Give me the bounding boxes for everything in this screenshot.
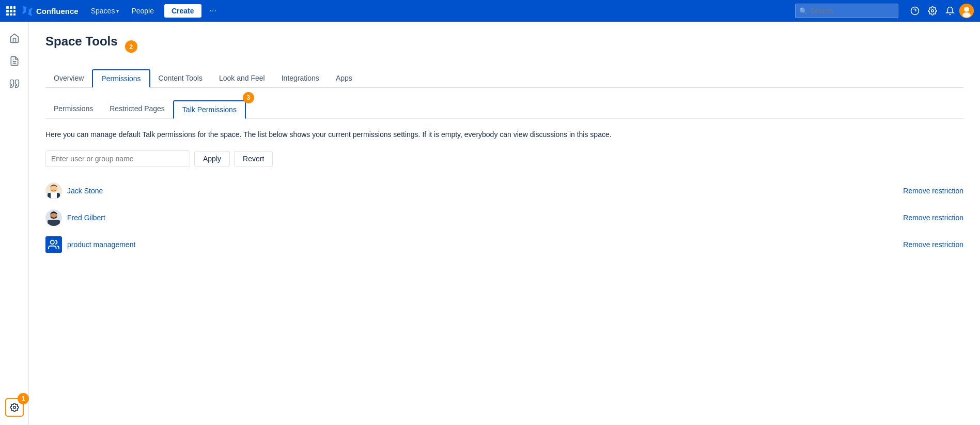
- svg-rect-6: [6, 13, 9, 16]
- settings-button[interactable]: [924, 3, 941, 19]
- page-title: Space Tools: [45, 34, 118, 49]
- svg-rect-22: [48, 220, 60, 226]
- left-sidebar: [0, 22, 29, 425]
- fred-gilbert-remove[interactable]: Remove restriction: [893, 214, 963, 222]
- tab-sec-permissions[interactable]: Permissions: [45, 100, 101, 119]
- chevron-down-icon: ▾: [116, 8, 119, 14]
- svg-rect-19: [51, 192, 57, 199]
- tab-apps[interactable]: Apps: [328, 70, 361, 87]
- tab-sec-restricted-pages[interactable]: Restricted Pages: [101, 100, 173, 119]
- filter-row: Apply Revert: [45, 150, 963, 167]
- jack-stone-name[interactable]: Jack Stone: [67, 187, 893, 195]
- product-management-remove[interactable]: Remove restriction: [893, 240, 963, 249]
- sidebar-document-button[interactable]: [4, 51, 25, 71]
- tab-content-tools[interactable]: Content Tools: [150, 70, 211, 87]
- confluence-logo[interactable]: Confluence: [22, 5, 79, 17]
- list-item: product management Remove restriction: [45, 231, 963, 258]
- more-button[interactable]: ···: [206, 4, 221, 18]
- apply-button[interactable]: Apply: [194, 151, 230, 166]
- topnav-spaces[interactable]: Spaces ▾: [87, 5, 123, 17]
- user-avatar[interactable]: [959, 4, 974, 18]
- svg-rect-3: [6, 10, 9, 12]
- svg-point-11: [931, 10, 934, 12]
- svg-rect-5: [13, 10, 15, 12]
- description-text: Here you can manage default Talk permiss…: [45, 129, 963, 140]
- annotation-badge-1: 1: [18, 393, 29, 404]
- list-item: Jack Stone Remove restriction: [45, 177, 963, 204]
- main-content: Space Tools 2 Overview Permissions Conte…: [29, 22, 980, 425]
- jack-stone-remove[interactable]: Remove restriction: [893, 187, 963, 195]
- tab-sec-talk-permissions[interactable]: Talk Permissions 3: [173, 100, 246, 119]
- svg-rect-0: [6, 6, 9, 9]
- svg-rect-2: [13, 6, 15, 9]
- svg-point-25: [13, 406, 16, 409]
- svg-point-13: [964, 7, 969, 12]
- jack-stone-avatar: [45, 183, 62, 199]
- svg-rect-8: [13, 13, 15, 16]
- svg-point-14: [962, 12, 971, 18]
- top-tab-bar: Overview Permissions Content Tools Look …: [45, 69, 963, 88]
- search-wrap: 🔍: [795, 4, 898, 18]
- grid-icon[interactable]: [6, 6, 15, 16]
- create-button[interactable]: Create: [164, 4, 201, 18]
- help-button[interactable]: [907, 3, 923, 19]
- tab-permissions[interactable]: Permissions: [92, 69, 150, 88]
- product-management-name[interactable]: product management: [67, 240, 893, 249]
- svg-point-24: [51, 240, 54, 244]
- topnav-icons: [907, 3, 974, 19]
- secondary-tab-bar: Permissions Restricted Pages Talk Permis…: [45, 100, 963, 119]
- svg-rect-7: [10, 13, 12, 16]
- revert-button[interactable]: Revert: [234, 151, 273, 166]
- search-input[interactable]: [795, 4, 898, 18]
- user-list: Jack Stone Remove restriction: [45, 177, 963, 258]
- sidebar-quote-button[interactable]: [4, 73, 25, 94]
- notifications-button[interactable]: [942, 3, 958, 19]
- fred-gilbert-name[interactable]: Fred Gilbert: [67, 214, 893, 222]
- layout: Space Tools 2 Overview Permissions Conte…: [0, 22, 980, 425]
- user-group-filter-input[interactable]: [45, 150, 190, 167]
- tab-integrations[interactable]: Integrations: [273, 70, 328, 87]
- annotation-badge-3: 3: [243, 92, 254, 103]
- topnav: Confluence Spaces ▾ People Create ··· 🔍: [0, 0, 980, 22]
- svg-rect-1: [10, 6, 12, 9]
- tab-overview[interactable]: Overview: [45, 70, 92, 87]
- product-management-avatar: [45, 236, 62, 253]
- svg-rect-4: [10, 10, 12, 12]
- topnav-people[interactable]: People: [127, 5, 158, 17]
- tab-look-feel[interactable]: Look and Feel: [211, 70, 273, 87]
- sidebar-home-button[interactable]: [4, 28, 25, 49]
- annotation-badge-2: 2: [125, 40, 137, 53]
- list-item: Fred Gilbert Remove restriction: [45, 204, 963, 231]
- fred-gilbert-avatar: [45, 209, 62, 226]
